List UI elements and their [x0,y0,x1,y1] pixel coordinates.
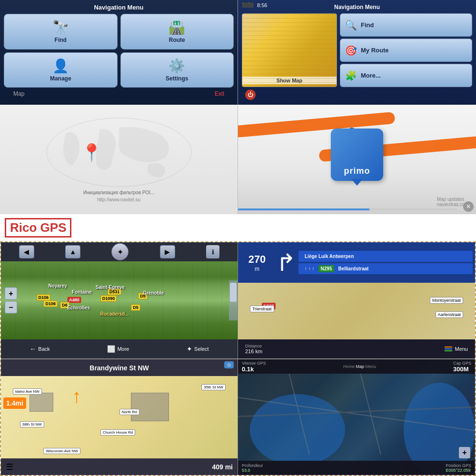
nav-menu-right: ⬛⬛ 8:56 Navigation Menu Show Map 🔍 Find … [238,0,476,105]
bottom-section: ◀ ▲ ✦ ▶ ℹ + − A480 D106 D106 D1090 D531 [0,241,476,476]
church-sign: Church House Rd [100,429,136,436]
back-arrow-icon: ← [30,345,36,353]
position-label: Position GPS [446,463,471,468]
svg-line-1 [238,397,475,431]
show-map-label: Show Map [242,77,337,84]
route-cell[interactable]: 🛣️ Route [120,14,234,50]
sat-bottom-bar: Profondeur 53.0 Position GPS E005°22.059 [238,461,475,475]
find-button[interactable]: 🔍 Find [340,13,472,37]
road-d106b: D106 [43,300,58,307]
loading-text: Инициализация фильтров POI... [0,190,238,195]
rico-gps-section: Rico GPS [0,214,476,241]
up-nav-btn[interactable]: ▲ [65,245,80,258]
back-nav-btn[interactable]: ◀ [19,245,34,258]
map-button[interactable]: Map [13,90,24,97]
map-turn-bg: N228 Trierstraat Montoyerstraat Aarlenst… [238,283,475,339]
fwd-nav-btn[interactable]: ▶ [160,245,175,258]
cas-label: Cap GPS [453,361,471,366]
more-label: More [117,346,129,352]
city-echirolles: Echirolles [67,305,90,310]
select-label: Select [194,346,209,352]
turn-arrow-icon: ↰ [276,249,296,277]
scroll-bar[interactable] [229,280,238,320]
street-name: Brandywine St NW [89,364,149,372]
zoom-out-btn[interactable]: − [5,301,17,314]
dir-row-2: ↑ ↑ ↑ N295 Belliardstraat [298,263,473,274]
route-label: Route [169,37,185,43]
menu-line-1 [445,347,452,347]
home-label: Home [343,364,355,369]
back-label: Back [38,346,50,352]
map-turn: 270 m ↰ Liège Luik Antwerpen ↑ ↑ ↑ [238,242,475,358]
road-d1090: D1090 [100,295,117,302]
my-route-button[interactable]: 🎯 My Route [340,39,472,62]
scroll-thumb [230,283,237,302]
manage-cell[interactable]: 👤 Manage [4,52,118,88]
position-value: E005°22.059 [446,468,471,473]
sat-background [238,359,475,475]
select-btn[interactable]: ✦ Select [187,345,209,353]
road-d106a: D106 [37,294,51,301]
middle-row: 📍 Инициализация фильтров POI... http://w… [0,105,476,214]
map-turn-bottom: Distance 216 km Menu [238,339,475,358]
top-row: Navigation Menu 🔭 Find 🛣️ Route 👤 Manage… [0,0,476,105]
city-sign-2: ↑ ↑ ↑ [302,265,317,272]
position-section: Position GPS E005°22.059 [446,463,471,473]
nav-left-title: Navigation Menu [4,4,234,11]
more-icon: ⬜ [107,345,115,353]
st35-sign: 35th St NW [201,384,226,390]
map-preview[interactable]: Show Map [242,13,337,87]
profondeur-value: 53.0 [242,468,263,473]
exit-button[interactable]: Exit [215,90,224,97]
svg-line-3 [357,359,381,455]
wisconsin-sign: Wisconsin Ave NW [43,448,80,454]
progress-fill [238,208,369,210]
plus-btn[interactable]: + [459,447,470,458]
navitel-screen: 📍 Инициализация фильтров POI... http://w… [0,105,238,214]
back-btn[interactable]: ← Back [30,345,50,353]
progress-bar [238,208,457,210]
find-cell[interactable]: 🔭 Find [4,14,118,50]
power-button[interactable]: ⏻ [245,89,256,100]
menu-line-3 [445,350,452,351]
aarlenstraat-label: Aarlenstraat [436,311,464,318]
building-1 [131,393,169,421]
info-btn[interactable]: ℹ [206,245,219,258]
dist-info: 409 mi [212,463,233,471]
menu-btn[interactable]: Menu [445,346,468,352]
nav-left-bottom: Map Exit [4,90,234,97]
primo-text: primo [344,166,370,176]
dist-value: 216 km [245,348,262,354]
settings-cell[interactable]: ⚙️ Settings [120,52,234,88]
street-bottom-bar: ☰ 409 mi [1,458,238,475]
trierstraat-label: Trierstraat [250,306,274,312]
recenter-btn[interactable]: ⊙ [224,361,234,368]
primo-logo: primo [331,129,383,181]
directions-panel: Liège Luik Antwerpen ↑ ↑ ↑ N295 Belliard… [298,251,473,274]
settings-label: Settings [166,75,188,82]
map-satellite: Vitesse GPS 0.1k Home Map Menu Cap GPS 3… [238,359,475,475]
menu-map-icon[interactable]: ☰ [6,462,13,472]
route-icon: 🛣️ [169,20,185,35]
compass[interactable]: ✦ [111,243,129,260]
map-turn-top: 270 m ↰ Liège Luik Antwerpen ↑ ↑ ↑ [238,242,475,283]
more-button[interactable]: 🧩 More... [340,64,472,87]
zoom-in-btn[interactable]: + [5,288,17,300]
close-button[interactable]: ✕ [463,201,474,212]
url-text: http://www.navitel.su [0,197,238,202]
maps-bottom-row: Brandywine St NW ⊙ 1.4mi ↑ Idaho Ave NW … [1,359,475,475]
menu-label: Menu [455,346,468,352]
street-top-bar: Brandywine St NW ⊙ [1,359,238,376]
my-route-icon: 🎯 [345,45,357,56]
distance-box: 270 m [240,251,274,275]
dist-num: 270 [243,253,271,266]
dist-label: Distance [245,344,262,348]
menu-icon [445,347,452,351]
menu-line-2 [445,348,452,349]
profondeur-section: Profondeur 53.0 [242,463,263,473]
menu-buttons: 🔍 Find 🎯 My Route 🧩 More... [340,13,472,87]
my-route-text: My Route [361,47,389,54]
more-btn[interactable]: ⬜ More [107,345,129,353]
turn-arrow: ↑ [72,386,81,407]
cas-section: Cap GPS 300M [453,361,471,373]
